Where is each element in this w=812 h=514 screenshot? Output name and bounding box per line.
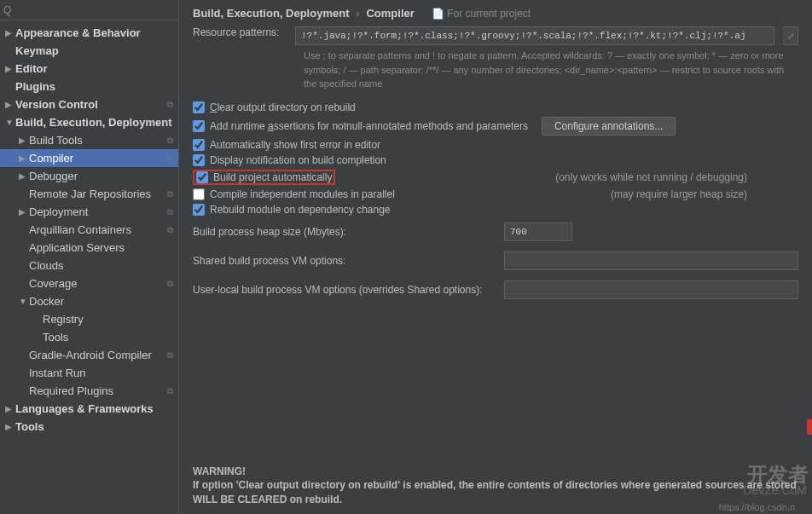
sidebar-item-label: Arquillian Containers xyxy=(29,223,131,236)
sidebar-item-gradle-android-compiler[interactable]: Gradle-Android Compiler⧉ xyxy=(0,346,178,364)
configure-annotations-button[interactable]: Configure annotations... xyxy=(542,117,676,136)
sidebar-item-keymap[interactable]: Keymap xyxy=(0,42,178,60)
user-vm-input[interactable] xyxy=(504,280,798,299)
sidebar-item-tools[interactable]: ▶Tools xyxy=(0,418,178,436)
sidebar-item-label: Tools xyxy=(43,331,68,344)
parallel-label[interactable]: Compile independent modules in parallel xyxy=(210,188,395,200)
heap-input[interactable] xyxy=(504,222,572,241)
sidebar-item-label: Gradle-Android Compiler xyxy=(29,349,152,361)
chevron-icon: ▶ xyxy=(5,422,15,431)
sidebar-item-label: Registry xyxy=(43,313,84,326)
search-input[interactable] xyxy=(14,4,175,16)
assertions-label[interactable]: Add runtime assertions for notnull-annot… xyxy=(210,120,528,132)
autobuild-checkbox[interactable] xyxy=(196,171,208,183)
chevron-icon: ▶ xyxy=(5,28,15,38)
notify-checkbox[interactable] xyxy=(193,154,205,166)
project-badge-icon: ⧉ xyxy=(167,207,173,217)
sidebar-item-appearance-behavior[interactable]: ▶Appearance & Behavior xyxy=(0,24,178,42)
red-indicator xyxy=(807,419,812,435)
sidebar-item-label: Build Tools xyxy=(29,134,83,147)
user-vm-label: User-local build process VM options (ove… xyxy=(193,284,496,296)
autoshow-checkbox[interactable] xyxy=(193,139,205,151)
sidebar-item-label: Clouds xyxy=(29,259,63,272)
expand-button[interactable]: ⤢ xyxy=(783,26,798,45)
sidebar-item-editor[interactable]: ▶Editor xyxy=(0,60,178,78)
chevron-icon: ▼ xyxy=(5,118,15,127)
rebuild-dep-checkbox[interactable] xyxy=(193,204,205,216)
warning-block: WARNING! If option 'Clear output directo… xyxy=(193,465,798,507)
parallel-checkbox[interactable] xyxy=(193,188,205,200)
chevron-icon: ▶ xyxy=(19,171,29,181)
sidebar-item-label: Plugins xyxy=(15,80,55,93)
sidebar-item-docker[interactable]: ▼Docker xyxy=(0,292,178,310)
main-panel: Build, Execution, Deployment › Compiler … xyxy=(179,0,812,514)
search-icon: Q xyxy=(3,4,11,16)
sidebar-item-label: Keymap xyxy=(15,44,59,57)
rebuild-dep-label[interactable]: Rebuild module on dependency change xyxy=(210,204,391,216)
sidebar-item-remote-jar-repositories[interactable]: Remote Jar Repositories⧉ xyxy=(0,185,178,203)
sidebar-item-coverage[interactable]: Coverage⧉ xyxy=(0,274,178,292)
autobuild-label[interactable]: Build project automatically xyxy=(213,171,332,183)
autobuild-note: (only works while not running / debuggin… xyxy=(555,171,798,183)
sidebar-item-application-servers[interactable]: Application Servers xyxy=(0,239,178,257)
sidebar-item-registry[interactable]: Registry xyxy=(0,310,178,328)
parallel-note: (may require larger heap size) xyxy=(611,188,798,200)
breadcrumb-a[interactable]: Build, Execution, Deployment xyxy=(193,7,349,20)
chevron-right-icon: › xyxy=(356,8,359,20)
sidebar-item-deployment[interactable]: ▶Deployment⧉ xyxy=(0,203,178,221)
sidebar-item-tools[interactable]: Tools xyxy=(0,328,178,346)
assertions-checkbox[interactable] xyxy=(193,120,205,132)
warning-text: If option 'Clear output directory on reb… xyxy=(193,479,797,505)
resource-patterns-input[interactable] xyxy=(295,26,774,45)
project-badge-icon: ⧉ xyxy=(167,189,173,199)
project-badge-icon: ⧉ xyxy=(167,225,173,235)
sidebar-item-label: Compiler xyxy=(29,152,73,165)
search-box[interactable]: Q xyxy=(0,0,178,20)
chevron-icon: ▼ xyxy=(19,297,29,306)
blog-url: https://blog.csdn.n xyxy=(719,502,795,512)
scope-label: 📄 For current project xyxy=(432,8,531,20)
sidebar-item-debugger[interactable]: ▶Debugger xyxy=(0,167,178,185)
sidebar-item-label: Build, Execution, Deployment xyxy=(15,116,171,129)
sidebar-item-label: Application Servers xyxy=(29,241,125,254)
sidebar-item-plugins[interactable]: Plugins xyxy=(0,78,178,95)
warning-title: WARNING! xyxy=(193,465,246,477)
resource-patterns-label: Resource patterns: xyxy=(193,26,287,38)
notify-label[interactable]: Display notification on build completion xyxy=(210,154,386,166)
sidebar-item-compiler[interactable]: ▶Compiler⧉ xyxy=(0,149,178,167)
shared-vm-input[interactable] xyxy=(504,251,798,270)
sidebar-item-build-tools[interactable]: ▶Build Tools⧉ xyxy=(0,131,178,149)
chevron-icon: ▶ xyxy=(5,64,15,73)
sidebar-item-clouds[interactable]: Clouds xyxy=(0,257,178,274)
sidebar-item-label: Editor xyxy=(15,62,48,75)
sidebar-item-languages-frameworks[interactable]: ▶Languages & Frameworks xyxy=(0,400,178,418)
clear-output-label[interactable]: Clear output directory on rebuild xyxy=(210,101,356,113)
project-badge-icon: ⧉ xyxy=(167,279,173,289)
project-badge-icon: ⧉ xyxy=(167,386,173,396)
sidebar-item-build-execution-deployment[interactable]: ▼Build, Execution, Deployment xyxy=(0,113,178,131)
heap-label: Build process heap size (Mbytes): xyxy=(193,226,496,238)
sidebar-item-instant-run[interactable]: Instant Run xyxy=(0,364,178,382)
sidebar-item-label: Appearance & Behavior xyxy=(15,26,141,39)
file-icon: 📄 xyxy=(432,8,444,20)
sidebar-item-label: Debugger xyxy=(29,170,78,182)
autoshow-label[interactable]: Automatically show first error in editor xyxy=(210,139,380,151)
chevron-icon: ▶ xyxy=(5,100,15,109)
sidebar-item-label: Version Control xyxy=(15,98,98,111)
project-badge-icon: ⧉ xyxy=(167,153,173,164)
shared-vm-label: Shared build process VM options: xyxy=(193,255,496,267)
sidebar-item-label: Coverage xyxy=(29,277,77,290)
settings-tree: ▶Appearance & BehaviorKeymap▶EditorPlugi… xyxy=(0,20,178,514)
sidebar-item-required-plugins[interactable]: Required Plugins⧉ xyxy=(0,382,178,400)
sidebar-item-label: Remote Jar Repositories xyxy=(29,188,151,200)
project-badge-icon: ⧉ xyxy=(167,100,173,110)
chevron-icon: ▶ xyxy=(19,153,29,163)
resource-patterns-help: Use ; to separate patterns and ! to nega… xyxy=(193,49,798,91)
sidebar-item-label: Deployment xyxy=(29,205,88,218)
sidebar-item-version-control[interactable]: ▶Version Control⧉ xyxy=(0,95,178,113)
breadcrumb: Build, Execution, Deployment › Compiler … xyxy=(193,7,798,20)
breadcrumb-b: Compiler xyxy=(366,7,414,20)
clear-output-checkbox[interactable] xyxy=(193,101,205,113)
chevron-icon: ▶ xyxy=(5,404,15,413)
sidebar-item-arquillian-containers[interactable]: Arquillian Containers⧉ xyxy=(0,221,178,239)
